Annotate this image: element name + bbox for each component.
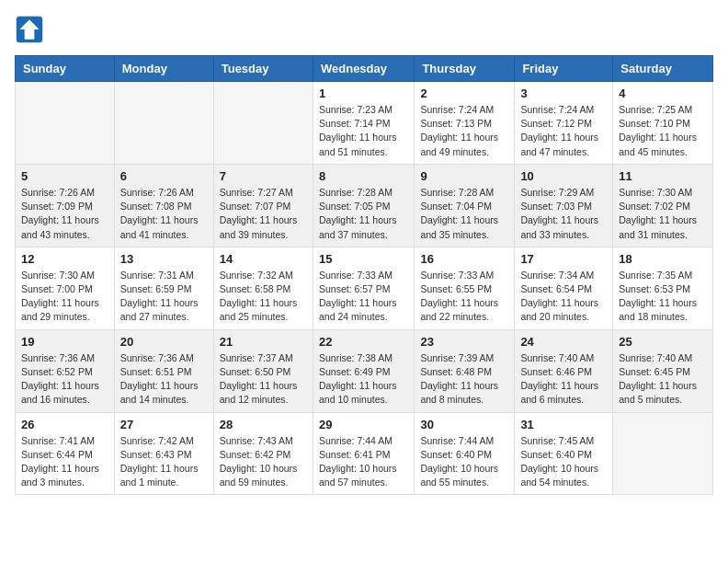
col-header-friday: Friday bbox=[515, 56, 613, 82]
day-cell: 25Sunrise: 7:40 AM Sunset: 6:45 PM Dayli… bbox=[613, 329, 713, 412]
day-number: 29 bbox=[319, 418, 408, 431]
day-number: 14 bbox=[220, 252, 307, 266]
day-number: 25 bbox=[619, 335, 707, 349]
day-number: 31 bbox=[520, 418, 607, 431]
col-header-tuesday: Tuesday bbox=[213, 56, 313, 82]
day-cell: 2Sunrise: 7:24 AM Sunset: 7:13 PM Daylig… bbox=[415, 82, 515, 165]
day-info: Sunrise: 7:42 AM Sunset: 6:43 PM Dayligh… bbox=[120, 434, 208, 490]
day-cell: 6Sunrise: 7:26 AM Sunset: 7:08 PM Daylig… bbox=[114, 164, 213, 247]
day-info: Sunrise: 7:23 AM Sunset: 7:14 PM Dayligh… bbox=[319, 103, 408, 159]
col-header-monday: Monday bbox=[114, 56, 213, 82]
day-cell: 21Sunrise: 7:37 AM Sunset: 6:50 PM Dayli… bbox=[213, 329, 313, 412]
day-cell: 1Sunrise: 7:23 AM Sunset: 7:14 PM Daylig… bbox=[313, 82, 414, 165]
day-info: Sunrise: 7:24 AM Sunset: 7:12 PM Dayligh… bbox=[520, 103, 607, 159]
day-info: Sunrise: 7:36 AM Sunset: 6:52 PM Dayligh… bbox=[21, 351, 108, 408]
day-number: 21 bbox=[220, 335, 307, 349]
day-info: Sunrise: 7:37 AM Sunset: 6:50 PM Dayligh… bbox=[220, 351, 307, 408]
day-number: 27 bbox=[120, 418, 208, 431]
day-cell: 20Sunrise: 7:36 AM Sunset: 6:51 PM Dayli… bbox=[114, 329, 213, 412]
day-info: Sunrise: 7:25 AM Sunset: 7:10 PM Dayligh… bbox=[619, 103, 707, 159]
day-cell: 7Sunrise: 7:27 AM Sunset: 7:07 PM Daylig… bbox=[213, 164, 313, 247]
day-number: 1 bbox=[319, 86, 408, 100]
day-info: Sunrise: 7:44 AM Sunset: 6:41 PM Dayligh… bbox=[319, 434, 408, 490]
day-cell: 13Sunrise: 7:31 AM Sunset: 6:59 PM Dayli… bbox=[114, 247, 213, 329]
day-cell: 8Sunrise: 7:28 AM Sunset: 7:05 PM Daylig… bbox=[313, 164, 414, 247]
col-header-thursday: Thursday bbox=[415, 56, 515, 82]
day-number: 8 bbox=[319, 169, 408, 183]
day-number: 11 bbox=[619, 169, 707, 183]
day-cell: 5Sunrise: 7:26 AM Sunset: 7:09 PM Daylig… bbox=[16, 164, 115, 247]
day-cell: 16Sunrise: 7:33 AM Sunset: 6:55 PM Dayli… bbox=[415, 247, 515, 329]
day-number: 7 bbox=[220, 169, 307, 183]
day-number: 15 bbox=[319, 252, 408, 266]
col-header-saturday: Saturday bbox=[613, 56, 713, 82]
day-number: 28 bbox=[220, 418, 307, 431]
day-number: 10 bbox=[520, 169, 607, 183]
day-info: Sunrise: 7:39 AM Sunset: 6:48 PM Dayligh… bbox=[420, 351, 508, 408]
day-cell: 3Sunrise: 7:24 AM Sunset: 7:12 PM Daylig… bbox=[515, 82, 613, 165]
day-info: Sunrise: 7:34 AM Sunset: 6:54 PM Dayligh… bbox=[520, 269, 607, 325]
day-cell: 10Sunrise: 7:29 AM Sunset: 7:03 PM Dayli… bbox=[515, 164, 613, 247]
page-header bbox=[15, 15, 713, 44]
day-cell: 28Sunrise: 7:43 AM Sunset: 6:42 PM Dayli… bbox=[213, 412, 313, 495]
day-cell: 31Sunrise: 7:45 AM Sunset: 6:40 PM Dayli… bbox=[515, 412, 613, 495]
week-row-2: 5Sunrise: 7:26 AM Sunset: 7:09 PM Daylig… bbox=[16, 164, 713, 247]
day-info: Sunrise: 7:26 AM Sunset: 7:09 PM Dayligh… bbox=[21, 186, 108, 242]
day-cell: 17Sunrise: 7:34 AM Sunset: 6:54 PM Dayli… bbox=[515, 247, 613, 329]
day-info: Sunrise: 7:33 AM Sunset: 6:55 PM Dayligh… bbox=[420, 269, 508, 325]
day-cell: 27Sunrise: 7:42 AM Sunset: 6:43 PM Dayli… bbox=[114, 412, 213, 495]
day-number: 6 bbox=[120, 169, 208, 183]
day-cell: 18Sunrise: 7:35 AM Sunset: 6:53 PM Dayli… bbox=[613, 247, 713, 329]
day-number: 22 bbox=[319, 335, 408, 349]
day-info: Sunrise: 7:45 AM Sunset: 6:40 PM Dayligh… bbox=[520, 434, 607, 490]
day-cell: 11Sunrise: 7:30 AM Sunset: 7:02 PM Dayli… bbox=[613, 164, 713, 247]
day-info: Sunrise: 7:41 AM Sunset: 6:44 PM Dayligh… bbox=[21, 434, 108, 490]
day-number: 13 bbox=[120, 252, 208, 266]
week-row-1: 1Sunrise: 7:23 AM Sunset: 7:14 PM Daylig… bbox=[16, 82, 713, 165]
day-cell: 24Sunrise: 7:40 AM Sunset: 6:46 PM Dayli… bbox=[515, 329, 613, 412]
day-number: 16 bbox=[420, 252, 508, 266]
day-cell: 4Sunrise: 7:25 AM Sunset: 7:10 PM Daylig… bbox=[613, 82, 713, 165]
week-row-3: 12Sunrise: 7:30 AM Sunset: 7:00 PM Dayli… bbox=[16, 247, 713, 329]
day-number: 20 bbox=[120, 335, 208, 349]
day-info: Sunrise: 7:28 AM Sunset: 7:04 PM Dayligh… bbox=[420, 186, 508, 242]
day-cell bbox=[213, 82, 313, 165]
calendar: SundayMondayTuesdayWednesdayThursdayFrid… bbox=[15, 55, 713, 495]
day-number: 12 bbox=[21, 252, 108, 266]
day-cell bbox=[114, 82, 213, 165]
day-cell: 19Sunrise: 7:36 AM Sunset: 6:52 PM Dayli… bbox=[16, 329, 115, 412]
day-info: Sunrise: 7:26 AM Sunset: 7:08 PM Dayligh… bbox=[120, 186, 208, 242]
day-info: Sunrise: 7:32 AM Sunset: 6:58 PM Dayligh… bbox=[220, 269, 307, 325]
day-number: 5 bbox=[21, 169, 108, 183]
day-info: Sunrise: 7:43 AM Sunset: 6:42 PM Dayligh… bbox=[220, 434, 307, 490]
day-cell: 15Sunrise: 7:33 AM Sunset: 6:57 PM Dayli… bbox=[313, 247, 414, 329]
day-cell: 14Sunrise: 7:32 AM Sunset: 6:58 PM Dayli… bbox=[213, 247, 313, 329]
day-info: Sunrise: 7:29 AM Sunset: 7:03 PM Dayligh… bbox=[520, 186, 607, 242]
day-info: Sunrise: 7:38 AM Sunset: 6:49 PM Dayligh… bbox=[319, 351, 408, 408]
day-info: Sunrise: 7:24 AM Sunset: 7:13 PM Dayligh… bbox=[420, 103, 508, 159]
column-headers: SundayMondayTuesdayWednesdayThursdayFrid… bbox=[16, 56, 713, 82]
day-number: 18 bbox=[619, 252, 707, 266]
day-cell: 12Sunrise: 7:30 AM Sunset: 7:00 PM Dayli… bbox=[16, 247, 115, 329]
day-cell: 22Sunrise: 7:38 AM Sunset: 6:49 PM Dayli… bbox=[313, 329, 414, 412]
logo bbox=[15, 15, 48, 44]
day-cell: 23Sunrise: 7:39 AM Sunset: 6:48 PM Dayli… bbox=[415, 329, 515, 412]
day-info: Sunrise: 7:40 AM Sunset: 6:46 PM Dayligh… bbox=[520, 351, 607, 408]
day-info: Sunrise: 7:35 AM Sunset: 6:53 PM Dayligh… bbox=[619, 269, 707, 325]
day-info: Sunrise: 7:30 AM Sunset: 7:02 PM Dayligh… bbox=[619, 186, 707, 242]
day-info: Sunrise: 7:30 AM Sunset: 7:00 PM Dayligh… bbox=[21, 269, 108, 325]
day-cell bbox=[613, 412, 713, 495]
day-info: Sunrise: 7:28 AM Sunset: 7:05 PM Dayligh… bbox=[319, 186, 408, 242]
day-number: 24 bbox=[520, 335, 607, 349]
day-cell: 9Sunrise: 7:28 AM Sunset: 7:04 PM Daylig… bbox=[415, 164, 515, 247]
day-info: Sunrise: 7:44 AM Sunset: 6:40 PM Dayligh… bbox=[420, 434, 508, 490]
day-number: 30 bbox=[420, 418, 508, 431]
day-number: 2 bbox=[420, 86, 508, 100]
logo-icon bbox=[15, 15, 44, 44]
day-number: 19 bbox=[21, 335, 108, 349]
day-info: Sunrise: 7:36 AM Sunset: 6:51 PM Dayligh… bbox=[120, 351, 208, 408]
day-number: 4 bbox=[619, 86, 707, 100]
day-cell bbox=[16, 82, 115, 165]
day-number: 3 bbox=[520, 86, 607, 100]
day-number: 23 bbox=[420, 335, 508, 349]
